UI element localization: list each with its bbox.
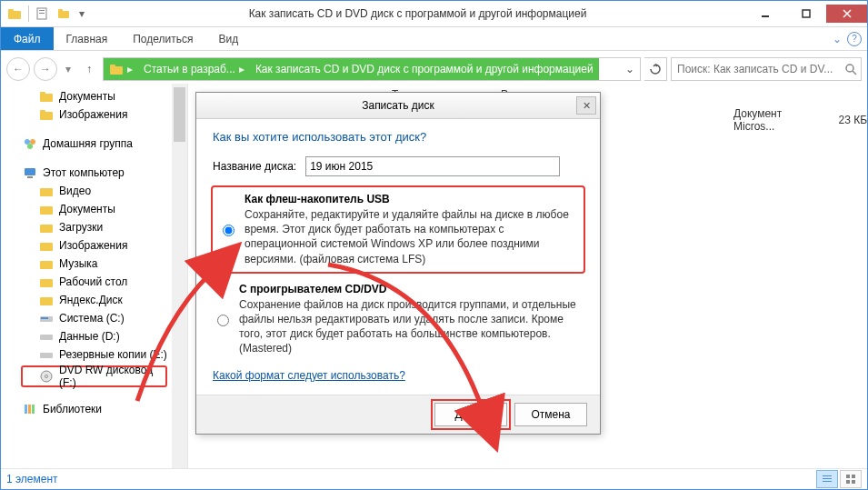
address-dropdown-icon[interactable]: ⌄ [620,63,640,75]
breadcrumb-seg1[interactable]: Статьи в разраб...▸ [138,58,250,80]
refresh-button[interactable] [644,57,667,81]
search-input[interactable] [675,62,841,76]
folder-icon [39,293,54,307]
sidebar-item-libraries[interactable]: Библиотеки [6,400,187,418]
disc-icon [39,369,54,384]
help-icon[interactable]: ? [847,32,862,46]
search-icon [844,63,857,75]
svg-rect-4 [39,13,45,14]
svg-rect-36 [32,405,35,414]
burn-disc-dialog: Записать диск ✕ Как вы хотите использова… [195,92,601,435]
window-controls [744,5,867,23]
disc-name-input[interactable] [305,156,560,176]
address-bar[interactable]: ▸ Статьи в разраб...▸ Как записать CD и … [103,57,641,81]
qat-dropdown-icon[interactable]: ▾ [76,4,87,24]
forward-button[interactable]: → [34,57,57,81]
svg-rect-19 [25,168,35,175]
chevron-down-icon[interactable]: ⌄ [833,33,842,45]
maximize-button[interactable] [785,5,826,23]
nav-row: ← → ▾ ↑ ▸ Статьи в разраб...▸ Как записа… [1,51,867,88]
svg-rect-14 [40,112,53,120]
svg-rect-0 [8,11,21,19]
sidebar-item-dvd-f[interactable]: DVD RW дисковод (F:) [21,365,167,387]
separator [28,5,29,22]
sidebar-item-homegroup[interactable]: Домашняя группа [6,135,187,153]
folder-icon [39,89,54,104]
option-usb[interactable]: Как флеш-накопитель USB Сохраняйте, реда… [211,185,585,274]
sidebar-item-yandexdisk[interactable]: Яндекс.Диск [6,291,187,309]
svg-rect-6 [58,9,63,12]
explorer-window: ▾ Как записать CD и DVD диск с программо… [0,0,868,490]
svg-rect-23 [40,225,53,233]
tab-share[interactable]: Поделиться [120,27,205,50]
svg-rect-13 [40,92,45,95]
folder-icon [109,62,124,76]
sidebar-item-videos[interactable]: Видео [6,182,187,200]
view-icons-button[interactable] [840,470,862,488]
svg-point-18 [27,144,33,149]
sidebar-item-pictures[interactable]: Изображения [6,105,187,124]
svg-rect-25 [40,261,53,269]
cancel-button[interactable]: Отмена [514,403,587,426]
sidebar-item-thispc[interactable]: Этот компьютер [6,164,187,182]
sidebar-item-drive-d[interactable]: Данные (D:) [6,327,187,345]
svg-rect-20 [27,176,33,178]
new-folder-icon[interactable] [55,4,75,24]
up-button[interactable]: ↑ [79,59,99,79]
sidebar-item-music[interactable]: Музыка [6,255,187,273]
quick-access-toolbar: ▾ [1,4,91,24]
close-button[interactable] [826,5,867,23]
search-box[interactable] [671,57,862,81]
svg-rect-40 [846,475,850,478]
dialog-help-link[interactable]: Какой формат следует использовать? [213,369,405,382]
view-details-button[interactable] [816,470,838,488]
dialog-body: Как вы хотите использовать этот диск? На… [196,119,600,395]
svg-rect-5 [58,11,69,18]
breadcrumb-seg2[interactable]: Как записать CD и DVD диск с программой … [250,58,599,80]
tab-file[interactable]: Файл [1,27,54,50]
properties-icon[interactable] [33,4,53,24]
svg-rect-39 [823,481,832,482]
status-bar: 1 элемент [1,468,867,489]
option-usb-title: Как флеш-накопитель USB [244,193,578,205]
file-type: Документ Micros... [733,107,813,133]
sidebar-scrollbar[interactable] [172,84,187,469]
svg-rect-42 [846,480,850,484]
svg-rect-1 [8,9,14,12]
sidebar-item-drive-c[interactable]: Система (C:) [6,309,187,327]
homegroup-icon [23,136,37,151]
svg-rect-9 [110,66,123,75]
tab-view[interactable]: Вид [205,27,251,50]
drive-icon [39,311,54,325]
option-usb-radio[interactable] [223,195,234,266]
dialog-close-button[interactable]: ✕ [576,96,596,115]
sidebar-item-downloads[interactable]: Загрузки [6,218,187,236]
scrollbar-thumb[interactable] [174,87,185,142]
minimize-button[interactable] [744,5,785,23]
option-usb-desc: Сохраняйте, редактируйте и удаляйте файл… [244,207,578,266]
sidebar-item-documents2[interactable]: Документы [6,200,187,218]
option-cddvd-radio[interactable] [217,285,229,356]
svg-rect-21 [40,188,53,196]
svg-rect-26 [40,279,53,287]
sidebar-item-drive-e[interactable]: Резервные копии (E:) [6,345,187,364]
svg-point-33 [45,375,48,378]
svg-rect-29 [41,317,48,319]
sidebar-item-desktop[interactable]: Рабочий стол [6,273,187,291]
tree: Документы Изображения Домашняя группа Эт… [1,84,187,422]
folder-icon [39,220,54,235]
svg-point-16 [25,139,30,145]
history-dropdown[interactable]: ▾ [61,58,75,80]
sidebar-item-documents[interactable]: Документы [6,87,187,105]
option-cddvd[interactable]: С проигрывателем CD/DVD Сохранение файло… [213,283,584,356]
folder-icon [39,275,54,289]
computer-icon [23,165,37,180]
breadcrumb-root[interactable]: ▸ [104,58,138,80]
back-button[interactable]: ← [6,57,30,81]
ribbon-right: ⌄ ? [833,27,867,50]
tab-home[interactable]: Главная [54,27,121,50]
titlebar: ▾ Как записать CD и DVD диск с программо… [1,1,867,27]
disc-name-row: Название диска: [213,156,584,176]
sidebar-item-pictures2[interactable]: Изображения [6,236,187,255]
next-button[interactable]: Далее [434,403,507,426]
